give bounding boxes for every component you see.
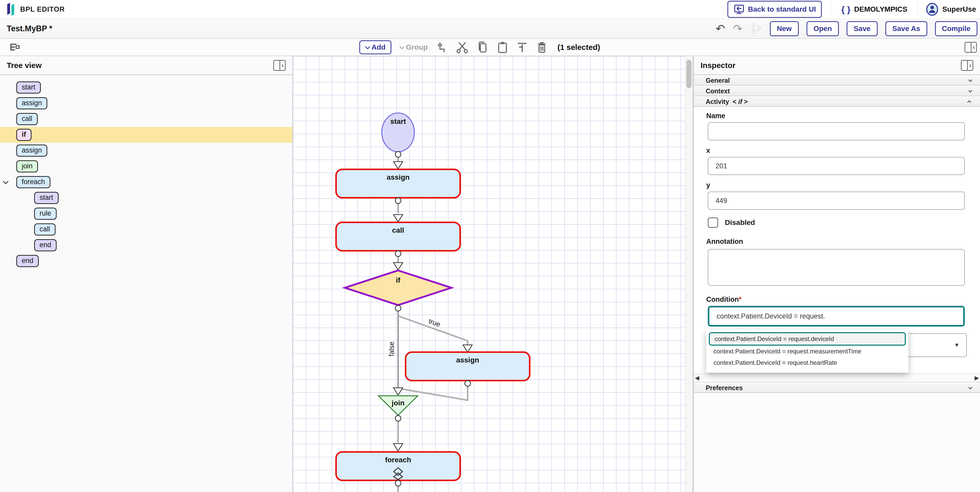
condition-suggestions-popup: context.Patient.DeviceId = request.devic… <box>706 330 908 373</box>
save-button[interactable]: Save <box>846 21 877 36</box>
bpl-diagram: true false start assign call if assign j… <box>293 56 685 492</box>
new-button[interactable]: New <box>770 21 799 36</box>
disabled-checkbox[interactable] <box>708 217 718 228</box>
selection-status: (1 selected) <box>557 43 600 52</box>
port-icon[interactable] <box>395 305 401 311</box>
tree-item-call-child: call <box>0 221 293 237</box>
tree-item-assign: assign <box>0 143 293 159</box>
node-assign-2-label: assign <box>456 356 479 364</box>
braces-icon: { } <box>841 5 851 14</box>
group-button[interactable]: Group <box>400 43 428 51</box>
chevron-left-icon: ‹ <box>972 43 976 52</box>
condition-field[interactable]: context.Patient.DeviceId = request. <box>708 306 965 326</box>
port-icon[interactable] <box>395 151 401 157</box>
tree-view-panel: Tree view ‹ start assign call if assign … <box>0 56 293 492</box>
suggestion-item[interactable]: context.Patient.DeviceId = request.measu… <box>709 346 906 357</box>
tree-badge-join[interactable]: join <box>16 160 38 172</box>
section-preferences[interactable]: Preferences <box>694 383 980 393</box>
scroll-left-icon[interactable]: ◀ <box>695 375 699 381</box>
canvas-vertical-scrollbar[interactable] <box>685 56 693 492</box>
tree-badge-call[interactable]: call <box>34 223 56 236</box>
tree-badge-end[interactable]: end <box>16 255 39 267</box>
reroute-connector-icon[interactable] <box>436 41 448 53</box>
toolbar-center-group: Add Group <box>360 40 600 54</box>
collapse-inspector-icon[interactable]: › <box>961 60 973 71</box>
tree-item-foreach: foreach <box>0 174 293 190</box>
tree-item-start-child: start <box>0 190 293 206</box>
collapse-tree-panel-icon[interactable]: ‹ <box>273 60 286 71</box>
panel-toggle-body <box>274 61 280 70</box>
x-field[interactable]: 201 <box>708 157 965 175</box>
scrollbar-thumb[interactable] <box>686 60 692 88</box>
port-icon[interactable] <box>395 480 401 486</box>
tree-view-toggle-icon[interactable] <box>9 42 21 53</box>
tree-item-end: end <box>0 253 293 269</box>
section-context-label: Context <box>706 88 730 95</box>
undo-icon[interactable]: ↶ <box>716 23 725 34</box>
document-actions: ↶ ↷ New Open Save Save As Compile <box>716 21 980 36</box>
tree-badge-foreach[interactable]: foreach <box>16 176 51 188</box>
port-icon[interactable] <box>465 381 471 386</box>
y-field[interactable]: 449 <box>708 191 965 210</box>
chevron-down-icon <box>400 44 405 49</box>
tree-badge-if[interactable]: if <box>16 129 32 141</box>
delete-icon[interactable] <box>536 41 547 54</box>
section-context[interactable]: Context <box>694 86 980 96</box>
open-button[interactable]: Open <box>807 21 839 36</box>
collapse-right-panel-icon[interactable]: ‹ <box>964 42 977 53</box>
tree-item-join: join <box>0 159 293 174</box>
tree-badge-assign[interactable]: assign <box>16 145 47 157</box>
paste-icon[interactable] <box>497 41 508 54</box>
user-menu[interactable]: SuperUse <box>918 3 980 16</box>
tree-badge-start[interactable]: start <box>16 81 41 94</box>
port-icon[interactable] <box>395 198 401 204</box>
annotation-field[interactable] <box>708 249 965 286</box>
copy-icon[interactable] <box>477 41 488 54</box>
activity-form: Name x 201 y 449 Disabled Annotation Con… <box>694 108 980 492</box>
name-field[interactable] <box>708 122 965 140</box>
monitor-back-icon <box>733 4 745 15</box>
node-if[interactable] <box>345 271 451 305</box>
tree-badge-assign[interactable]: assign <box>16 97 47 109</box>
app-header: BPL EDITOR Back to standard UI { } DEMOL… <box>0 0 980 19</box>
tree-list: start assign call if assign join foreach… <box>0 75 293 269</box>
chevron-down-icon[interactable] <box>3 179 9 185</box>
disabled-label: Disabled <box>725 218 755 227</box>
arrowhead-icon <box>393 162 403 169</box>
required-marker: * <box>739 296 741 303</box>
diagram-canvas[interactable]: true false start assign call if assign j… <box>293 56 685 492</box>
add-activity-button[interactable]: Add <box>360 40 391 54</box>
chevron-down-icon <box>968 385 972 389</box>
suggestion-item[interactable]: context.Patient.DeviceId = request.devic… <box>709 332 906 346</box>
suggestion-item[interactable]: context.Patient.DeviceId = request.heart… <box>709 357 906 368</box>
tree-badge-start[interactable]: start <box>34 192 59 204</box>
activity-tag: < if > <box>733 98 748 105</box>
redo-icon[interactable]: ↷ <box>733 23 743 34</box>
arrowhead-icon <box>393 388 403 395</box>
section-activity[interactable]: Activity < if > <box>694 96 980 107</box>
document-titlebar: Test.MyBP * ↶ ↷ New Open Save Save As Co… <box>0 19 980 39</box>
cut-icon[interactable] <box>456 41 468 54</box>
inspector-header: Inspector › <box>694 56 980 75</box>
section-general[interactable]: General <box>694 75 980 86</box>
compile-button[interactable]: Compile <box>935 21 977 36</box>
panel-toggle-body <box>965 43 972 52</box>
inspector-panel: Inspector › General Context Activity < i… <box>693 56 980 492</box>
save-as-button[interactable]: Save As <box>885 21 927 36</box>
disabled-row: Disabled <box>708 217 755 228</box>
tree-item-start: start <box>0 80 293 96</box>
tree-item-assign: assign <box>0 96 293 111</box>
pin-to-top-icon[interactable] <box>517 41 528 53</box>
back-to-standard-ui-button[interactable]: Back to standard UI <box>727 1 822 18</box>
port-icon[interactable] <box>395 416 401 421</box>
inspector-horizontal-scrollbar[interactable]: ◀ ▶ <box>694 374 980 382</box>
node-start-label: start <box>390 117 406 126</box>
tree-badge-end[interactable]: end <box>34 239 57 251</box>
tree-view-header: Tree view ‹ <box>0 56 293 75</box>
port-icon[interactable] <box>395 251 401 256</box>
tree-badge-call[interactable]: call <box>16 113 38 125</box>
tree-badge-rule[interactable]: rule <box>34 208 57 220</box>
scroll-right-icon[interactable]: ▶ <box>975 375 979 381</box>
chevron-up-icon <box>967 100 972 104</box>
namespace-switcher[interactable]: { } DEMOLYMPICS <box>831 5 918 14</box>
